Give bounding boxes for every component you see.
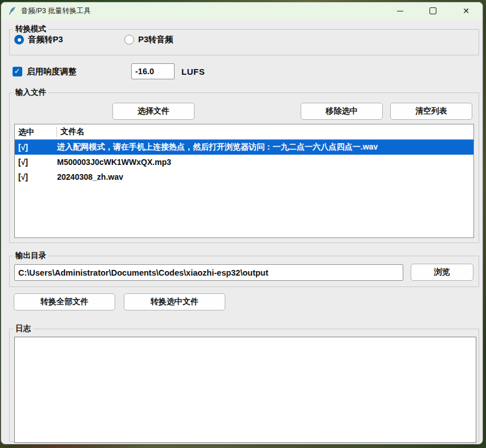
radio-audio-to-p3[interactable]: 音频转P3 (14, 34, 63, 45)
clear-list-button[interactable]: 清空列表 (390, 103, 472, 120)
log-textarea[interactable] (14, 337, 476, 443)
input-files-group-label: 输入文件 (13, 87, 48, 98)
input-files-group: 输入文件 选择文件 移除选中 清空列表 选中 文件名 [√]进入配网模式，请在手… (9, 92, 479, 243)
lufs-unit-label: LUFS (181, 67, 205, 76)
column-header-filename[interactable]: 文件名 (57, 127, 473, 137)
close-button[interactable]: ✕ (449, 2, 483, 19)
row-checked-mark: [√] (15, 158, 57, 167)
minimize-button[interactable] (383, 2, 416, 19)
convert-selected-button[interactable]: 转换选中文件 (124, 293, 225, 310)
select-files-button[interactable]: 选择文件 (112, 103, 195, 120)
row-filename: M500003J0cWK1WWxQX.mp3 (57, 158, 473, 167)
close-icon: ✕ (463, 7, 469, 15)
radio-p3-to-audio-label: P3转音频 (138, 34, 173, 45)
python-app-icon (7, 6, 17, 16)
radio-audio-to-p3-label: 音频转P3 (28, 34, 63, 45)
loudness-row: 启用响度调整 LUFS (13, 63, 205, 80)
row-filename: 20240308_zh.wav (57, 172, 473, 181)
titlebar[interactable]: 音频/P3 批量转换工具 ✕ (1, 2, 483, 19)
window-title: 音频/P3 批量转换工具 (21, 6, 91, 16)
row-filename: 进入配网模式，请在手机上连接热点，然后打开浏览器访问：一九二点一六八点四点一.w… (57, 142, 473, 152)
log-group: 日志 (9, 329, 479, 442)
output-directory-group-label: 输出目录 (13, 251, 48, 261)
radio-unselected-icon (124, 35, 134, 45)
log-group-label: 日志 (13, 324, 33, 334)
conversion-mode-options: 音频转P3 P3转音频 (14, 34, 173, 45)
remove-selected-button[interactable]: 移除选中 (301, 103, 383, 120)
loudness-checkbox[interactable] (13, 67, 22, 76)
file-table-body: [√]进入配网模式，请在手机上连接热点，然后打开浏览器访问：一九二点一六八点四点… (15, 140, 473, 184)
browse-button[interactable]: 浏览 (411, 264, 473, 281)
table-row[interactable]: [√]M500003J0cWK1WWxQX.mp3 (15, 155, 473, 169)
app-window: 音频/P3 批量转换工具 ✕ 转换模式 音频转P3 (1, 2, 483, 445)
output-path-input[interactable] (14, 264, 403, 281)
maximize-icon (430, 7, 436, 14)
convert-actions-row: 转换全部文件 转换选中文件 (14, 293, 225, 310)
row-checked-mark: [√] (15, 172, 57, 181)
radio-p3-to-audio[interactable]: P3转音频 (124, 34, 173, 45)
file-table: 选中 文件名 [√]进入配网模式，请在手机上连接热点，然后打开浏览器访问：一九二… (14, 124, 474, 238)
column-header-checked[interactable]: 选中 (15, 127, 57, 137)
loudness-value-input[interactable] (131, 63, 175, 79)
radio-selected-icon (14, 35, 24, 45)
minimize-icon (397, 11, 403, 11)
row-checked-mark: [√] (15, 143, 57, 152)
conversion-mode-group-label: 转换模式 (13, 24, 48, 34)
convert-all-button[interactable]: 转换全部文件 (14, 293, 115, 310)
loudness-checkbox-label: 启用响度调整 (27, 66, 76, 77)
table-row[interactable]: [√]进入配网模式，请在手机上连接热点，然后打开浏览器访问：一九二点一六八点四点… (15, 140, 473, 155)
table-row[interactable]: [√]20240308_zh.wav (15, 169, 473, 184)
conversion-mode-group: 转换模式 音频转P3 P3转音频 (9, 29, 479, 55)
output-directory-group: 输出目录 浏览 (9, 256, 479, 287)
caption-buttons: ✕ (383, 2, 483, 19)
file-table-header: 选中 文件名 (15, 124, 473, 140)
desktop-wallpaper: 音频/P3 批量转换工具 ✕ 转换模式 音频转P3 (0, 0, 486, 448)
maximize-button[interactable] (416, 2, 449, 19)
